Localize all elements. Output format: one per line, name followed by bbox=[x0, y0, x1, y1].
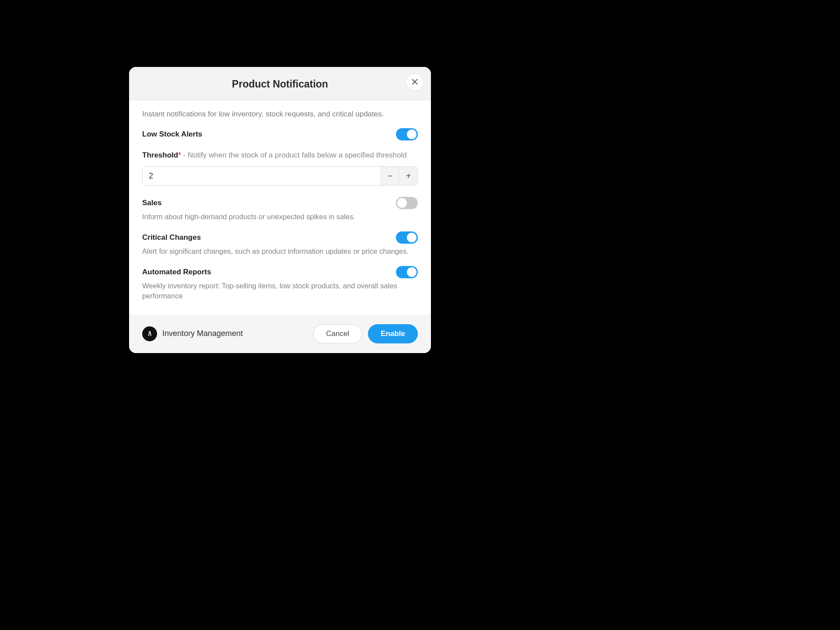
toggle-knob bbox=[407, 267, 416, 277]
setting-low-stock: Low Stock Alerts bbox=[142, 128, 418, 140]
required-asterisk: * bbox=[178, 151, 181, 159]
threshold-label-text: Threshold bbox=[142, 151, 178, 159]
plus-icon: + bbox=[406, 171, 411, 181]
decrement-button[interactable]: − bbox=[381, 167, 399, 185]
modal-footer: /\ Inventory Management Cancel Enable bbox=[129, 315, 431, 353]
toggle-knob bbox=[407, 233, 416, 242]
low-stock-toggle[interactable] bbox=[396, 128, 418, 140]
modal-header: Product Notification bbox=[129, 67, 431, 100]
critical-label: Critical Changes bbox=[142, 233, 201, 242]
toggle-knob bbox=[397, 198, 407, 208]
low-stock-label: Low Stock Alerts bbox=[142, 130, 202, 139]
reports-desc: Weekly inventory report: Top-selling ite… bbox=[142, 281, 418, 301]
setting-critical: Critical Changes Alert for significant c… bbox=[142, 231, 418, 256]
setting-sales: Sales Inform about high-demand products … bbox=[142, 197, 418, 222]
threshold-section: Threshold* - Notify when the stock of a … bbox=[142, 150, 418, 186]
enable-button[interactable]: Enable bbox=[368, 324, 418, 343]
reports-label: Automated Reports bbox=[142, 268, 211, 276]
sales-desc: Inform about high-demand products or une… bbox=[142, 212, 418, 222]
threshold-label: Threshold* - Notify when the stock of a … bbox=[142, 150, 418, 161]
threshold-hint: Notify when the stock of a product falls… bbox=[188, 151, 407, 159]
brand-logo-icon: /\ bbox=[142, 326, 157, 341]
threshold-separator: - bbox=[181, 151, 188, 159]
modal-body: Instant notifications for low inventory,… bbox=[129, 100, 431, 314]
brand-name: Inventory Management bbox=[162, 329, 243, 338]
cancel-button[interactable]: Cancel bbox=[313, 324, 362, 343]
brand: /\ Inventory Management bbox=[142, 326, 307, 341]
sales-toggle[interactable] bbox=[396, 197, 418, 209]
close-icon bbox=[411, 78, 419, 87]
modal-title: Product Notification bbox=[138, 78, 422, 90]
critical-toggle[interactable] bbox=[396, 231, 418, 244]
sales-label: Sales bbox=[142, 199, 161, 207]
product-notification-modal: Product Notification Instant notificatio… bbox=[129, 67, 431, 353]
reports-toggle[interactable] bbox=[396, 266, 418, 278]
increment-button[interactable]: + bbox=[399, 167, 417, 185]
critical-desc: Alert for significant changes, such as p… bbox=[142, 246, 418, 256]
minus-icon: − bbox=[388, 171, 393, 181]
toggle-knob bbox=[407, 130, 416, 139]
setting-reports: Automated Reports Weekly inventory repor… bbox=[142, 266, 418, 301]
threshold-stepper: − + bbox=[142, 166, 418, 186]
intro-text: Instant notifications for low inventory,… bbox=[142, 110, 418, 119]
threshold-input[interactable] bbox=[143, 167, 381, 185]
